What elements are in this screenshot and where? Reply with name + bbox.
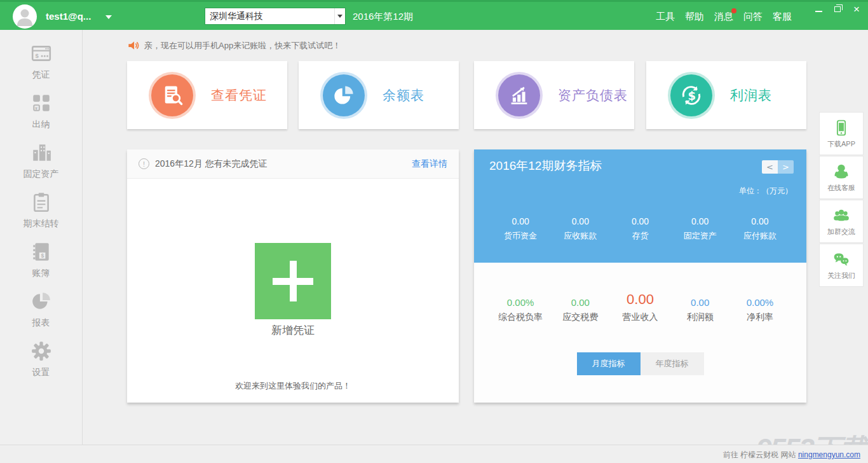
wechat-icon — [832, 251, 850, 268]
select-arrow-icon — [337, 15, 342, 18]
sidebar-item-label: 凭证 — [32, 69, 50, 81]
sidebar-item-label: 出纳 — [32, 119, 50, 130]
app-window: test1@q... 深圳华通科技 2016年第12期 工具 帮助 消息 问答 … — [0, 0, 868, 463]
profit-sheet-icon: $ — [670, 74, 712, 116]
top-stats-row: 0.00货币资金 0.00应收账款 0.00存货 0.00固定资产 0.00应付… — [474, 216, 806, 242]
prev-period-button[interactable]: < — [762, 160, 778, 174]
footer-prefix: 前往 柠檬云财税 网站 — [723, 450, 796, 459]
stat-profit: 0.00利润额 — [670, 293, 730, 323]
widget-label: 在线客服 — [827, 183, 855, 193]
notice-text: 亲，现在可以用手机App来记账啦，快来下载试试吧！ — [144, 40, 341, 52]
stat-tax-burden: 0.00%综合税负率 — [491, 293, 550, 323]
indicators-header: 2016年12期财务指标 < > 单位：（万元） 0.00货币资金 0.00应收… — [474, 149, 806, 263]
speaker-icon — [127, 39, 139, 52]
menu-tools[interactable]: 工具 — [656, 11, 675, 23]
sidebar-item-settings[interactable]: 设置 — [0, 340, 82, 390]
sidebar-item-reports[interactable]: 报表 — [0, 291, 82, 340]
menu-qa[interactable]: 问答 — [743, 11, 763, 23]
top-menu: 工具 帮助 消息 问答 客服 — [656, 11, 792, 23]
sidebar-item-label: 账簿 — [32, 268, 50, 279]
shortcut-view-voucher[interactable]: 查看凭证 — [127, 61, 287, 129]
select-arrow-button[interactable] — [334, 8, 345, 24]
shortcut-label: 余额表 — [383, 86, 424, 104]
sidebar-item-period-closing[interactable]: 期末结转 — [0, 191, 82, 241]
voucher-panel-title: 2016年12月 您有未完成凭证 — [155, 158, 412, 170]
minimize-button[interactable] — [812, 3, 825, 15]
shortcut-label: 利润表 — [730, 86, 772, 104]
notice-bar: 亲，现在可以用手机App来记账啦，快来下载试试吧！ — [127, 39, 341, 52]
avatar[interactable] — [13, 4, 37, 29]
sidebar-item-cashier[interactable]: ¥ 出纳 — [0, 92, 82, 142]
balance-sheet-icon — [323, 74, 365, 116]
shortcut-asset-liability[interactable]: 资产负债表 — [474, 61, 634, 129]
voucher-icon: $ — [31, 43, 52, 64]
shortcut-balance-sheet[interactable]: 余额表 — [299, 61, 459, 129]
period-nav: < > — [762, 160, 794, 174]
info-icon: ! — [139, 158, 149, 169]
company-select-value: 深圳华通科技 — [205, 11, 334, 22]
qq-icon — [832, 163, 850, 181]
sidebar-item-ledger[interactable]: $ 账簿 — [0, 241, 82, 291]
voucher-panel-header: ! 2016年12月 您有未完成凭证 查看详情 — [127, 149, 459, 179]
bottom-stats-row: 0.00%综合税负率 0.00应交税费 0.00营业收入 0.00利润额 0.0… — [474, 293, 806, 323]
minimize-icon — [815, 11, 822, 12]
cashier-icon: ¥ — [31, 92, 52, 114]
tab-yearly[interactable]: 年度指标 — [641, 352, 704, 375]
fixed-assets-icon — [31, 142, 52, 163]
widget-online-service[interactable]: 在线客服 — [819, 156, 864, 199]
stat-inventory: 0.00存货 — [610, 216, 670, 242]
close-button[interactable]: × — [850, 3, 863, 15]
asset-liability-icon — [498, 74, 540, 116]
widget-follow-us[interactable]: 关注我们 — [819, 244, 864, 287]
footer-text: 前往 柠檬云财税 网站 ningmengyun.com — [723, 450, 860, 460]
view-voucher-icon — [151, 74, 193, 116]
shortcut-label: 资产负债表 — [558, 86, 628, 104]
maximize-button[interactable] — [831, 3, 844, 15]
stat-net-margin: 0.00%净利率 — [730, 293, 790, 323]
user-icon — [13, 4, 37, 29]
period-closing-icon — [31, 191, 52, 213]
voucher-panel: ! 2016年12月 您有未完成凭证 查看详情 新增凭证 欢迎来到这里体验我们的… — [127, 149, 459, 403]
website-link[interactable]: ningmengyun.com — [798, 450, 860, 459]
shortcut-profit-sheet[interactable]: $ 利润表 — [646, 61, 806, 129]
group-icon — [832, 207, 850, 225]
menu-support[interactable]: 客服 — [773, 11, 792, 23]
ledger-icon: $ — [31, 241, 52, 263]
period-label: 2016年第12期 — [353, 11, 413, 23]
stat-revenue: 0.00营业收入 — [610, 293, 670, 323]
stat-receivables: 0.00应收账款 — [550, 216, 610, 242]
sidebar-item-voucher[interactable]: $ 凭证 — [0, 43, 82, 92]
plus-icon — [290, 261, 297, 301]
sidebar: $ 凭证 ¥ 出纳 固定资产 期末结转 $ 账簿 报表 设置 — [0, 30, 83, 445]
sidebar-item-label: 固定资产 — [24, 169, 59, 180]
settings-icon — [31, 340, 52, 362]
stat-tax-payable: 0.00应交税费 — [550, 293, 610, 323]
view-detail-link[interactable]: 查看详情 — [412, 158, 447, 170]
next-period-button[interactable]: > — [778, 160, 794, 174]
chevron-down-icon[interactable] — [105, 15, 112, 19]
stat-cash: 0.00货币资金 — [491, 216, 550, 242]
svg-text:$: $ — [688, 88, 696, 102]
widget-download-app[interactable]: 下载APP — [819, 112, 864, 155]
tab-monthly[interactable]: 月度指标 — [577, 352, 641, 375]
indicators-panel: 2016年12期财务指标 < > 单位：（万元） 0.00货币资金 0.00应收… — [474, 149, 806, 403]
company-select[interactable]: 深圳华通科技 — [205, 8, 346, 25]
stat-fixed-assets: 0.00固定资产 — [670, 216, 730, 242]
sidebar-item-label: 报表 — [32, 317, 50, 329]
indicator-tabs: 月度指标 年度指标 — [577, 352, 704, 375]
phone-icon — [832, 119, 850, 137]
menu-help[interactable]: 帮助 — [685, 11, 704, 23]
shortcut-label: 查看凭证 — [211, 86, 267, 104]
footer: 前往 柠檬云财税 网站 ningmengyun.com — [0, 445, 868, 463]
unit-label: 单位：（万元） — [739, 186, 792, 197]
sidebar-item-fixed-assets[interactable]: 固定资产 — [0, 142, 82, 191]
topbar: test1@q... 深圳华通科技 2016年第12期 工具 帮助 消息 问答 … — [0, 0, 868, 30]
username[interactable]: test1@q... — [46, 11, 91, 22]
menu-messages[interactable]: 消息 — [714, 11, 733, 23]
window-controls: × — [812, 3, 863, 15]
sidebar-item-label: 设置 — [32, 367, 50, 378]
indicators-title: 2016年12期财务指标 — [489, 158, 602, 174]
add-voucher-button[interactable] — [255, 243, 331, 319]
widget-label: 加群交流 — [827, 227, 855, 237]
widget-join-group[interactable]: 加群交流 — [819, 200, 864, 243]
